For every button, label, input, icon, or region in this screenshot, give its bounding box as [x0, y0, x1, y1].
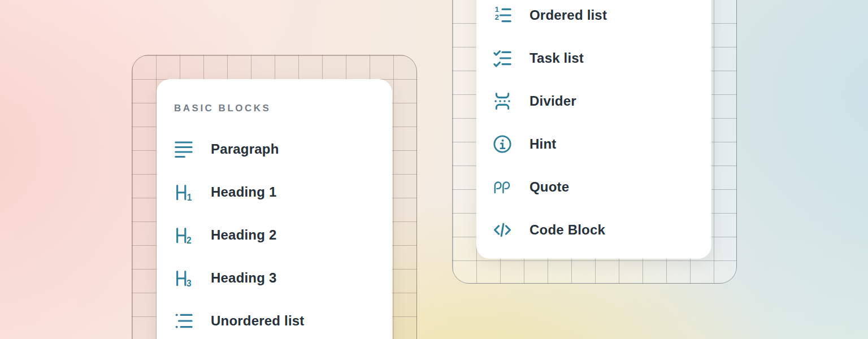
- menu-item-label: Unordered list: [211, 313, 305, 329]
- svg-text:2: 2: [495, 13, 499, 21]
- menu-item-label: Quote: [530, 179, 569, 195]
- menu-item-label: Heading 3: [211, 270, 277, 286]
- menu-item-label: Heading 1: [211, 184, 277, 200]
- menu-item-label: Hint: [530, 136, 556, 152]
- basic-blocks-menu-card: BASIC BLOCKS Paragraph 1 Heading 1: [157, 79, 392, 339]
- divider-icon: [493, 92, 512, 111]
- menu-item-label: Code Block: [530, 222, 605, 238]
- menu-item-task-list[interactable]: Task list: [493, 37, 711, 80]
- menu-item-paragraph[interactable]: Paragraph: [174, 128, 392, 171]
- menu-item-unordered-list[interactable]: Unordered list: [174, 299, 392, 339]
- menu-item-heading-2[interactable]: 2 Heading 2: [174, 214, 392, 257]
- blocks-menu-card-continued: 1 2 Ordered list Task list: [476, 0, 711, 259]
- menu-item-label: Task list: [530, 50, 584, 66]
- menu-item-label: Divider: [530, 93, 576, 109]
- basic-blocks-header: BASIC BLOCKS: [174, 103, 392, 114]
- heading-3-icon: 3: [174, 268, 193, 288]
- gradient-background: BASIC BLOCKS Paragraph 1 Heading 1: [0, 0, 868, 339]
- svg-text:2: 2: [186, 236, 192, 245]
- paragraph-icon: [174, 140, 193, 159]
- menu-item-hint[interactable]: Hint: [493, 123, 711, 166]
- menu-item-heading-3[interactable]: 3 Heading 3: [174, 257, 392, 299]
- menu-item-label: Heading 2: [211, 227, 277, 243]
- menu-item-heading-1[interactable]: 1 Heading 1: [174, 171, 392, 214]
- menu-item-code-block[interactable]: Code Block: [493, 208, 711, 251]
- ordered-list-icon: 1 2: [493, 6, 512, 25]
- code-block-icon: [493, 220, 512, 240]
- menu-item-ordered-list[interactable]: 1 2 Ordered list: [493, 0, 711, 37]
- hint-icon: [493, 134, 512, 154]
- svg-text:3: 3: [186, 279, 192, 288]
- heading-1-icon: 1: [174, 182, 193, 202]
- task-list-icon: [493, 49, 512, 68]
- svg-text:1: 1: [187, 193, 192, 202]
- menu-item-quote[interactable]: Quote: [493, 166, 711, 208]
- heading-2-icon: 2: [174, 225, 193, 245]
- menu-item-divider[interactable]: Divider: [493, 80, 711, 123]
- menu-item-label: Ordered list: [530, 7, 607, 23]
- quote-icon: [493, 177, 512, 197]
- unordered-list-icon: [174, 311, 193, 331]
- menu-item-label: Paragraph: [211, 141, 279, 157]
